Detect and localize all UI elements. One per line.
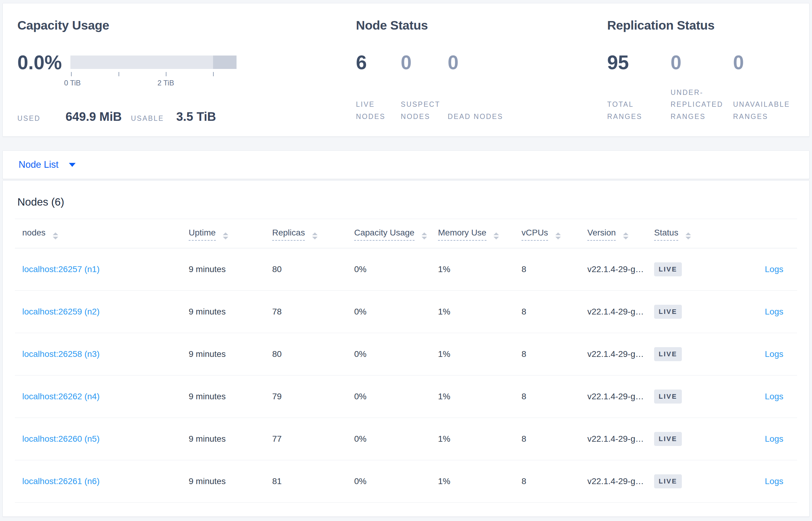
nodes-section-title: Nodes (6) — [17, 196, 797, 208]
sort-icon[interactable] — [312, 232, 318, 240]
capacity-axis-ticks — [70, 72, 237, 76]
uptime-cell: 9 minutes — [189, 333, 272, 376]
column-header-status[interactable]: Status — [654, 219, 722, 248]
logs-link[interactable]: Logs — [765, 349, 783, 359]
capacity-usage-chart: 0.0% 0 TiB 2 TiB — [17, 52, 356, 88]
axis-label-0tib: 0 TiB — [64, 79, 81, 87]
column-header-nodes[interactable]: nodes — [15, 219, 189, 248]
replicas-cell: 81 — [272, 460, 354, 503]
table-row: localhost:26259 (n2) 9 minutes 78 0% 1% … — [15, 291, 797, 333]
unavailable-ranges-label: UNAVAILABLE RANGES — [733, 98, 809, 122]
nodes-table: nodes Uptime Replicas Capacity Usage Mem… — [15, 219, 797, 503]
live-nodes-stat: 6 LIVE NODES — [356, 52, 401, 122]
usable-label: USABLE — [131, 114, 164, 122]
sort-icon[interactable] — [623, 232, 628, 240]
used-label: USED — [17, 114, 41, 122]
unavailable-ranges-stat: 0 UNAVAILABLE RANGES — [733, 52, 809, 122]
node-status-stats: 6 LIVE NODES 0 SUSPECT NODES 0 DEAD NODE… — [356, 52, 607, 122]
logs-link[interactable]: Logs — [765, 392, 783, 401]
memory-cell: 1% — [438, 376, 522, 418]
nodes-table-panel: Nodes (6) nodes Uptime Replicas — [2, 180, 810, 517]
node-address-link[interactable]: localhost:26258 (n3) — [22, 349, 100, 359]
logs-link[interactable]: Logs — [765, 265, 783, 274]
vcpus-cell: 8 — [522, 248, 587, 291]
replicas-cell: 79 — [272, 376, 354, 418]
vcpus-cell: 8 — [522, 333, 587, 376]
replicas-cell: 80 — [272, 248, 354, 291]
status-badge: LIVE — [654, 432, 682, 446]
memory-cell: 1% — [438, 460, 522, 503]
capacity-used-percent: 0.0% — [17, 52, 70, 88]
suspect-nodes-value: 0 — [401, 52, 454, 73]
sort-icon[interactable] — [223, 232, 228, 240]
vcpus-cell: 8 — [522, 376, 587, 418]
replication-status-stats: 95 TOTAL RANGES 0 UNDER-REPLICATED RANGE… — [607, 52, 809, 122]
total-ranges-value: 95 — [607, 52, 660, 73]
replication-status-section: Replication Status 95 TOTAL RANGES 0 UND… — [607, 17, 809, 136]
uptime-cell: 9 minutes — [189, 291, 272, 333]
status-badge: LIVE — [654, 474, 682, 489]
table-row: localhost:26257 (n1) 9 minutes 80 0% 1% … — [15, 248, 797, 291]
version-cell: v22.1.4-29-g… — [587, 291, 654, 333]
capacity-cell: 0% — [354, 376, 438, 418]
sort-icon[interactable] — [53, 232, 58, 240]
node-list-view-label: Node List — [19, 159, 58, 170]
under-replicated-ranges-label: UNDER-REPLICATED RANGES — [671, 87, 733, 123]
capacity-bar-track — [70, 55, 237, 69]
suspect-nodes-stat: 0 SUSPECT NODES — [401, 52, 448, 122]
version-cell: v22.1.4-29-g… — [587, 376, 654, 418]
node-address-link[interactable]: localhost:26257 (n1) — [22, 265, 100, 274]
memory-cell: 1% — [438, 333, 522, 376]
total-ranges-stat: 95 TOTAL RANGES — [607, 52, 671, 122]
sort-icon[interactable] — [686, 232, 691, 240]
under-replicated-ranges-value: 0 — [671, 52, 724, 73]
chevron-down-icon — [69, 163, 76, 167]
logs-link[interactable]: Logs — [765, 434, 783, 444]
memory-cell: 1% — [438, 248, 522, 291]
replicas-cell: 80 — [272, 333, 354, 376]
sort-icon[interactable] — [555, 232, 561, 240]
axis-tick — [119, 72, 119, 76]
dead-nodes-label: DEAD NODES — [448, 111, 515, 123]
column-header-capacity-usage[interactable]: Capacity Usage — [354, 219, 438, 248]
version-cell: v22.1.4-29-g… — [587, 418, 654, 460]
vcpus-cell: 8 — [522, 418, 587, 460]
table-row: localhost:26260 (n5) 9 minutes 77 0% 1% … — [15, 418, 797, 460]
column-header-memory-use[interactable]: Memory Use — [438, 219, 522, 248]
dead-nodes-value: 0 — [448, 52, 501, 73]
column-header-replicas[interactable]: Replicas — [272, 219, 354, 248]
axis-tick — [71, 72, 72, 76]
status-badge: LIVE — [654, 305, 682, 319]
column-header-uptime[interactable]: Uptime — [189, 219, 272, 248]
capacity-cell: 0% — [354, 460, 438, 503]
unavailable-ranges-value: 0 — [733, 52, 786, 73]
under-replicated-ranges-stat: 0 UNDER-REPLICATED RANGES — [671, 52, 733, 122]
logs-link[interactable]: Logs — [765, 307, 783, 316]
capacity-cell: 0% — [354, 333, 438, 376]
node-address-link[interactable]: localhost:26259 (n2) — [22, 307, 100, 316]
version-cell: v22.1.4-29-g… — [587, 333, 654, 376]
sort-icon[interactable] — [494, 232, 499, 240]
uptime-cell: 9 minutes — [189, 460, 272, 503]
replicas-cell: 77 — [272, 418, 354, 460]
replicas-cell: 78 — [272, 291, 354, 333]
status-badge: LIVE — [654, 347, 682, 361]
table-row: localhost:26258 (n3) 9 minutes 80 0% 1% … — [15, 333, 797, 376]
axis-tick — [213, 72, 214, 76]
sort-icon[interactable] — [422, 232, 427, 240]
node-status-title: Node Status — [356, 17, 607, 33]
node-address-link[interactable]: localhost:26262 (n4) — [22, 392, 100, 401]
status-badge: LIVE — [654, 389, 682, 404]
capacity-cell: 0% — [354, 248, 438, 291]
column-header-vcpus[interactable]: vCPUs — [522, 219, 587, 248]
node-address-link[interactable]: localhost:26260 (n5) — [22, 434, 100, 444]
node-address-link[interactable]: localhost:26261 (n6) — [22, 476, 100, 486]
column-header-version[interactable]: Version — [587, 219, 654, 248]
logs-link[interactable]: Logs — [765, 476, 783, 486]
uptime-cell: 9 minutes — [189, 376, 272, 418]
table-row: localhost:26262 (n4) 9 minutes 79 0% 1% … — [15, 376, 797, 418]
status-badge: LIVE — [654, 262, 682, 276]
version-cell: v22.1.4-29-g… — [587, 460, 654, 503]
axis-label-2tib: 2 TiB — [157, 79, 174, 87]
node-list-view-dropdown[interactable]: Node List — [2, 151, 810, 179]
